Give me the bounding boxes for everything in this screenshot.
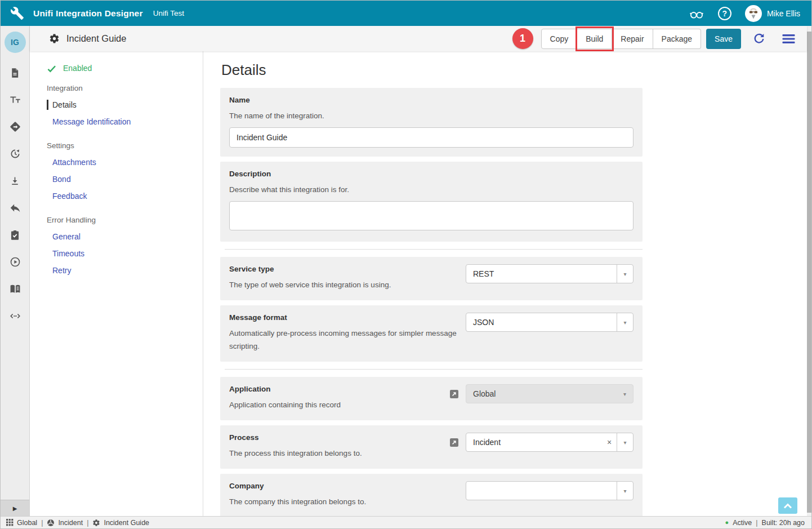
service-type-description: The type of web service this integration… [229,278,460,291]
chevron-down-icon[interactable]: ▾ [617,265,633,283]
nav-item-message-identification[interactable]: Message Identification [47,117,131,127]
field-group-process: Process The process this integration bel… [220,425,643,469]
application-description: Application containing this record [229,398,450,411]
section-divider [225,369,643,370]
annotation-step-badge: 1 [512,28,533,49]
record-link-icon[interactable] [450,438,458,447]
message-format-description: Automatically pre-process incoming messa… [229,327,460,353]
message-format-value: JSON [466,313,617,331]
status-built-label: Built: 20h ago [762,519,805,527]
chevron-down-icon[interactable]: ▾ [617,482,633,500]
status-separator: | [87,519,88,527]
process-label: Process [229,433,450,443]
section-nav: Enabled Integration Details Message Iden… [30,51,203,516]
help-icon[interactable]: ? [718,7,731,20]
wrench-logo-icon [10,6,24,20]
company-select[interactable]: ▾ [466,481,633,500]
code-icon[interactable] [9,310,21,322]
chevron-up-icon [783,503,793,509]
nav-section-integration: Integration [47,84,203,93]
status-process-label: Incident [58,519,83,527]
chevron-down-icon[interactable]: ▾ [617,433,633,451]
run-icon[interactable] [9,256,21,268]
form-panel: Details Name The name of the integration… [203,51,807,516]
chevron-down-icon: ▾ [617,385,633,403]
description-description: Describe what this integration is for. [229,183,633,196]
process-description: The process this integration belongs to. [229,447,450,460]
page-header: Incident Guide 1 Copy Build Repair Packa… [30,26,807,51]
service-type-value: REST [466,265,617,283]
reply-icon[interactable] [9,202,21,214]
environment-name: Unifi Test [153,9,184,17]
field-group-service-type: Service type The type of web service thi… [220,257,643,300]
grid-icon [6,519,14,526]
nav-item-bond[interactable]: Bond [47,174,71,184]
document-icon[interactable] [9,66,21,79]
field-group-name: Name The name of the integration. [220,88,643,157]
enabled-status: Enabled [47,64,203,73]
user-avatar[interactable] [745,5,762,22]
message-format-select[interactable]: JSON ▾ [466,313,633,332]
package-button[interactable]: Package [653,29,701,49]
sidebar-expand-button[interactable]: ▶ [1,500,29,516]
status-scope-label: Global [17,519,37,527]
copy-button[interactable]: Copy [541,29,578,49]
help-glyph: ? [722,9,728,18]
tasks-icon[interactable] [9,229,21,241]
description-label: Description [229,169,633,179]
clear-icon[interactable]: × [602,433,617,451]
message-format-label: Message format [229,313,460,323]
field-group-company: Company The company this integration bel… [220,474,643,517]
repair-button[interactable]: Repair [612,29,653,49]
name-description: The name of the integration. [229,109,633,122]
process-select[interactable]: Incident × ▾ [466,433,633,452]
glasses-icon[interactable] [689,7,704,20]
workspace: IG [1,26,811,516]
nav-section-error-handling: Error Handling [47,216,203,225]
status-scope[interactable]: Global [6,519,37,527]
check-icon [47,64,56,73]
active-dot-icon: ● [725,519,729,526]
company-description: The company this integration belongs to. [229,495,460,508]
description-textarea[interactable] [229,201,633,230]
chevron-right-icon: ▶ [13,505,17,512]
scroll-to-top-button[interactable] [778,497,797,514]
download-icon[interactable] [9,175,21,187]
name-input[interactable] [229,127,633,148]
page-title: Incident Guide [66,33,126,44]
gear-icon [92,519,100,527]
text-format-icon[interactable] [9,94,21,106]
refresh-icon[interactable] [752,32,766,46]
nav-item-general[interactable]: General [47,232,81,242]
process-value: Incident [466,433,602,451]
field-group-message-format: Message format Automatically pre-process… [220,305,643,362]
history-icon[interactable] [9,148,21,160]
form-heading: Details [221,61,643,79]
service-type-select[interactable]: REST ▾ [466,264,633,283]
record-link-icon[interactable] [450,390,458,398]
nav-item-feedback[interactable]: Feedback [47,191,87,201]
status-record[interactable]: Incident Guide [92,519,149,527]
save-button[interactable]: Save [706,29,741,49]
vertical-scrollbar [807,26,811,516]
top-bar: Unifi Integration Designer Unifi Test ? … [1,1,811,26]
scrollbar-thumb[interactable] [807,32,811,513]
app-title: Unifi Integration Designer [33,8,143,19]
menu-icon[interactable] [782,33,796,45]
build-button[interactable]: Build [577,29,612,49]
status-process[interactable]: Incident [47,519,83,527]
documentation-icon[interactable] [9,283,21,295]
transform-icon[interactable] [9,121,21,133]
nav-section-settings: Settings [47,141,203,150]
user-name: Mike Ellis [767,9,800,18]
status-separator: | [756,519,757,527]
field-group-application: Application Application containing this … [220,377,643,420]
chevron-down-icon[interactable]: ▾ [617,313,633,331]
enabled-label: Enabled [63,64,92,73]
nav-item-retry[interactable]: Retry [47,265,71,275]
nav-item-details[interactable]: Details [47,100,77,110]
nav-item-attachments[interactable]: Attachments [47,157,96,167]
nav-item-timeouts[interactable]: Timeouts [47,248,84,259]
status-record-label: Incident Guide [104,519,149,527]
company-value [466,482,617,500]
